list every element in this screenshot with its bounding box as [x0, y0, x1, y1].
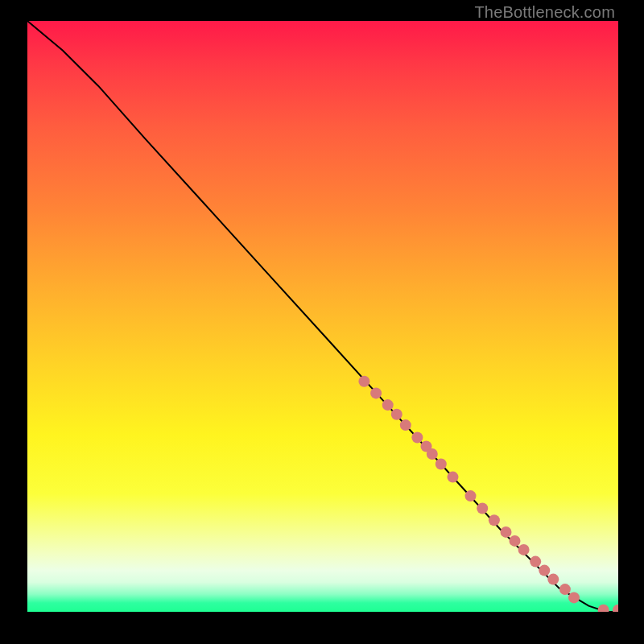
- data-point: [510, 535, 521, 547]
- chart-svg: [27, 21, 618, 612]
- data-point: [427, 448, 438, 460]
- data-point: [559, 584, 571, 595]
- chart-area: [27, 21, 618, 612]
- trend-curve: [27, 21, 618, 612]
- data-point: [501, 526, 512, 538]
- data-point: [598, 605, 609, 612]
- data-point: [400, 419, 411, 431]
- data-point: [539, 565, 550, 576]
- data-point: [477, 503, 488, 514]
- data-point: [382, 399, 394, 411]
- data-point: [436, 459, 447, 470]
- data-point: [465, 490, 477, 502]
- data-point: [489, 514, 500, 526]
- data-point: [547, 574, 559, 585]
- data-point: [613, 605, 618, 612]
- watermark-text: TheBottleneck.com: [474, 3, 615, 22]
- data-point: [530, 556, 541, 568]
- data-point: [568, 592, 580, 603]
- data-point: [358, 376, 369, 387]
- data-point: [448, 472, 459, 483]
- data-point: [370, 387, 382, 398]
- data-point: [518, 544, 530, 555]
- data-point: [391, 409, 402, 420]
- data-point: [411, 432, 423, 444]
- data-points-group: [358, 376, 618, 612]
